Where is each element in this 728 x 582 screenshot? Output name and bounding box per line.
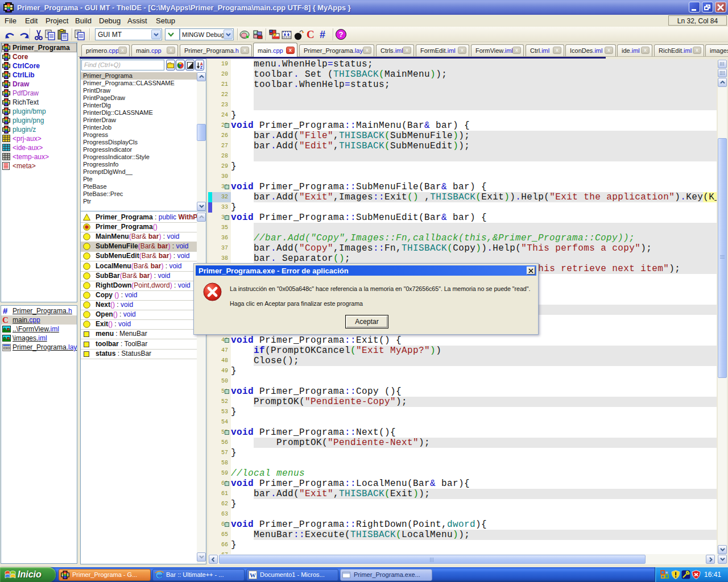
svg-text:W: W [250, 572, 256, 579]
svg-text:Z: Z [200, 65, 202, 69]
